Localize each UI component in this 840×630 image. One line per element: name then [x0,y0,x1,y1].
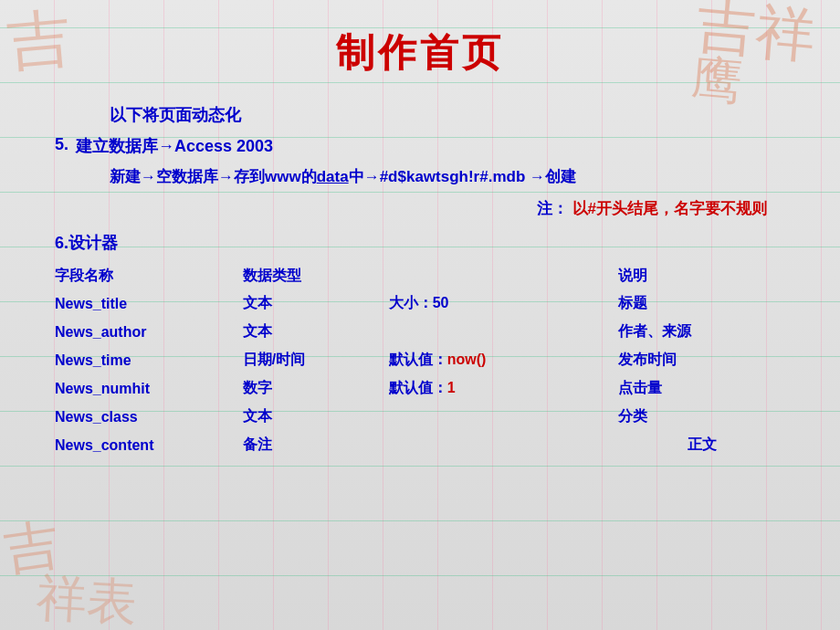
table-row: News_content 备注 正文 [55,431,785,459]
field-news-content: News_content [55,431,243,459]
col-header-extra [389,263,618,289]
table-row: News_time 日期/时间 默认值：now() 发布时间 [55,346,785,374]
item5-text: 建立数据库→Access 2003 [76,135,273,157]
field-news-author: News_author [55,318,243,346]
col-header-field: 字段名称 [55,263,243,289]
desc-news-title: 标题 [618,289,785,318]
item5-sub-suffix: 中→#d$kawtsgh!r#.mdb →创建 [349,168,576,185]
field-news-time: News_time [55,346,243,374]
extra-news-author [389,318,618,346]
extra-news-content [389,431,618,459]
desc-news-author: 作者、来源 [618,318,785,346]
field-news-title: News_title [55,289,243,318]
item5-bold-data: data [317,168,349,185]
extra-news-time: 默认值：now() [389,346,618,374]
desc-news-time: 发布时间 [618,346,785,374]
desc-news-class: 分类 [618,403,785,431]
item5-subtext: 新建→空数据库→存到www的data中→#d$kawtsgh!r#.mdb →创… [110,164,785,189]
col-header-desc: 说明 [618,263,785,289]
extra-news-numhit-value: 1 [447,380,456,395]
note-text: 以#开头结尾，名字要不规则 [572,200,767,217]
table-header-row: 字段名称 数据类型 说明 [55,263,785,289]
item5-sub-prefix: 新建→空数据库→存到www的 [110,168,317,185]
table-row: News_class 文本 分类 [55,403,785,431]
stamp-bottomleft: 吉 [1,517,63,579]
extra-news-class [389,403,618,431]
type-news-author: 文本 [243,318,389,346]
note-line: 注： 以#开头结尾，名字要不规则 [55,198,785,219]
col-header-type: 数据类型 [243,263,389,289]
item5-number: 5. [55,135,68,157]
note-label: 注： [537,200,568,217]
desc-news-numhit: 点击量 [618,374,785,403]
type-news-time: 日期/时间 [243,346,389,374]
type-news-content: 备注 [243,431,389,459]
desc-news-content: 正文 [618,431,785,459]
field-news-numhit: News_numhit [55,374,243,403]
type-news-title: 文本 [243,289,389,318]
extra-news-numhit: 默认值：1 [389,374,618,403]
table-row: News_author 文本 作者、来源 [55,318,785,346]
extra-news-time-value: now() [447,352,487,367]
main-content: 制作首页 以下将页面动态化 5. 建立数据库→Access 2003 新建→空数… [0,0,840,478]
item5-header: 5. 建立数据库→Access 2003 [55,135,785,157]
subtitle: 以下将页面动态化 [110,104,785,126]
field-news-class: News_class [55,403,243,431]
table-row: News_title 文本 大小：50 标题 [55,289,785,318]
stamp-bottomleft2: 祥表 [36,572,139,628]
extra-news-title: 大小：50 [389,289,618,318]
db-fields-table: 字段名称 数据类型 说明 News_title 文本 大小：50 标题 News… [55,263,785,459]
table-row: News_numhit 数字 默认值：1 点击量 [55,374,785,403]
item6-header: 6.设计器 [55,232,785,254]
background: 吉 吉祥 鹰 吉 祥表 制作首页 以下将页面动态化 5. 建立数据库→Acces… [0,0,840,630]
page-title: 制作首页 [55,18,785,79]
type-news-numhit: 数字 [243,374,389,403]
type-news-class: 文本 [243,403,389,431]
